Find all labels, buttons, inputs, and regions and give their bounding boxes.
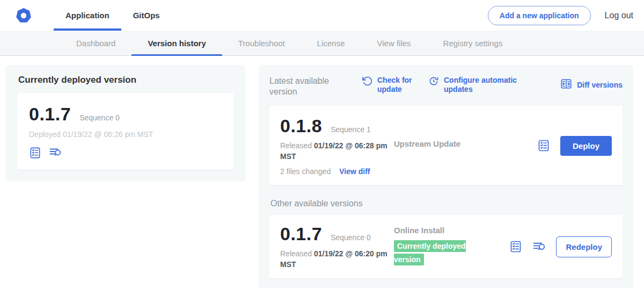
subnav-tab-dashboard[interactable]: Dashboard — [60, 31, 131, 55]
app-sub-nav: Dashboard Version history Troubleshoot L… — [0, 31, 644, 56]
view-diff-link[interactable]: View diff — [339, 167, 370, 176]
released-label: Released — [280, 141, 312, 150]
latest-sequence-label: Sequence 1 — [331, 125, 371, 134]
preflight-checks-icon[interactable] — [509, 240, 522, 253]
view-logs-icon[interactable] — [532, 240, 546, 254]
deployed-version-number: 0.1.7 — [29, 104, 71, 125]
latest-version-number: 0.1.8 — [280, 116, 322, 136]
tab-gitops[interactable]: GitOps — [121, 0, 172, 31]
other-source-label: Online Install — [394, 226, 492, 235]
top-nav-tabs: Application GitOps — [54, 0, 172, 31]
configure-updates-label: Configure automatic updates — [444, 76, 517, 94]
logout-link[interactable]: Log out — [605, 11, 633, 20]
subnav-tab-license[interactable]: License — [301, 31, 361, 55]
latest-source-label: Upstream Update — [394, 116, 492, 176]
configure-updates-button[interactable]: Configure automatic updates — [428, 76, 517, 94]
latest-version-card: 0.1.8 Sequence 1 Released 01/19/22 @ 06:… — [269, 106, 623, 185]
other-sequence-label: Sequence 0 — [331, 233, 371, 242]
released-label: Released — [280, 249, 312, 258]
latest-released-line: Released 01/19/22 @ 06:28 pm MST — [280, 141, 387, 162]
top-nav-right: Add a new application Log out — [488, 0, 633, 31]
top-nav: Application GitOps Add a new application… — [0, 0, 644, 31]
subnav-tab-view-files[interactable]: View files — [361, 31, 427, 55]
tab-application[interactable]: Application — [54, 0, 121, 31]
deployed-timestamp: Deployed 01/19/22 @ 06:26 pm MST — [29, 130, 222, 139]
subnav-tab-troubleshoot[interactable]: Troubleshoot — [222, 31, 301, 55]
subnav-tab-version-history[interactable]: Version history — [131, 31, 222, 55]
files-changed-label: 2 files changed — [280, 167, 331, 176]
main-content: Currently deployed version 0.1.7 Sequenc… — [0, 56, 644, 288]
diff-versions-button[interactable]: Diff versions — [560, 78, 623, 92]
currently-deployed-panel: Currently deployed version 0.1.7 Sequenc… — [5, 65, 245, 182]
deployed-sequence-label: Sequence 0 — [79, 113, 120, 122]
diff-versions-label: Diff versions — [577, 81, 623, 90]
available-header: Latest available version Check for updat… — [269, 76, 623, 97]
check-for-update-label: Check for update — [377, 76, 415, 94]
preflight-checks-icon[interactable] — [537, 139, 550, 152]
deploy-button[interactable]: Deploy — [560, 136, 612, 156]
redeploy-button[interactable]: Redeploy — [556, 236, 612, 257]
refresh-icon — [362, 76, 372, 89]
other-released-line: Released 01/19/22 @ 06:20 pm MST — [280, 249, 387, 270]
other-version-number: 0.1.7 — [280, 224, 322, 244]
available-versions-panel: Latest available version Check for updat… — [259, 65, 633, 288]
other-versions-title: Other available versions — [270, 199, 623, 208]
diff-icon — [560, 78, 572, 92]
deployed-version-card: 0.1.7 Sequence 0 Deployed 01/19/22 @ 06:… — [17, 93, 233, 170]
view-logs-icon[interactable] — [49, 146, 62, 159]
currently-deployed-title: Currently deployed version — [18, 75, 233, 85]
currently-deployed-badge: Currently deployed version — [394, 240, 466, 265]
schedule-update-icon — [428, 76, 439, 89]
check-for-update-button[interactable]: Check for update — [362, 76, 415, 94]
subnav-tab-registry-settings[interactable]: Registry settings — [427, 31, 519, 55]
preflight-checks-icon[interactable] — [29, 147, 41, 159]
latest-available-title: Latest available version — [269, 76, 340, 97]
add-application-button[interactable]: Add a new application — [488, 6, 591, 25]
other-version-card: 0.1.7 Sequence 0 Released 01/19/22 @ 06:… — [269, 215, 623, 278]
app-logo-icon[interactable] — [16, 8, 31, 23]
